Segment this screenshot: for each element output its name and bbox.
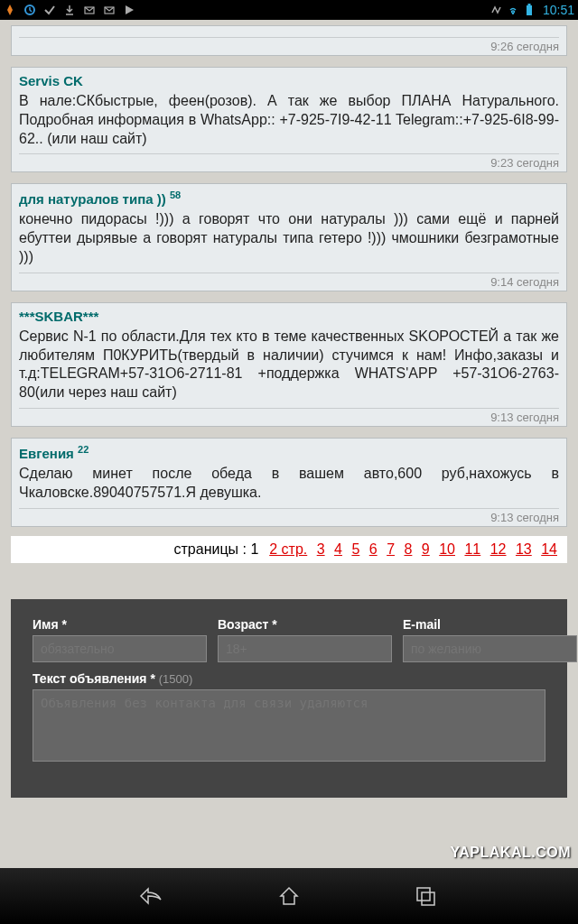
post-time: 9:14 сегодня xyxy=(19,273,559,289)
download-icon xyxy=(63,4,76,16)
mail-icon-2 xyxy=(103,4,116,16)
page-link[interactable]: 4 xyxy=(334,541,342,557)
post-title: Евгения 22 xyxy=(19,444,559,461)
android-nav-bar xyxy=(0,868,578,924)
post-title: для натуралов типа )) 58 xyxy=(19,189,559,207)
page-link[interactable]: 10 xyxy=(439,541,455,557)
text-field[interactable] xyxy=(33,689,545,762)
post-form: Имя * Возраст * E-mail Текст объявления … xyxy=(11,599,567,798)
post: 9:26 сегодня xyxy=(11,25,567,56)
text-label: Текст объявления * (1500) xyxy=(33,671,545,686)
page-link[interactable]: 9 xyxy=(422,541,430,557)
wifi-icon xyxy=(507,4,519,16)
page-link[interactable]: 2 стр. xyxy=(269,541,307,557)
post: Servis CK В нале:СКбыстрые, феен(розов).… xyxy=(11,67,567,172)
mail-icon xyxy=(83,4,96,16)
email-field[interactable] xyxy=(403,635,577,662)
back-button[interactable] xyxy=(137,882,166,910)
page-link[interactable]: 12 xyxy=(490,541,507,557)
page-link[interactable]: 8 xyxy=(404,541,412,557)
vibrate-icon xyxy=(490,4,503,16)
pagination: страницы : 1 2 стр. 3 4 5 6 7 8 9 10 11 … xyxy=(11,536,567,563)
page-link[interactable]: 14 xyxy=(541,541,557,557)
home-button[interactable] xyxy=(275,882,303,910)
post-title: ***SKBAR*** xyxy=(19,309,559,324)
svg-rect-6 xyxy=(417,888,430,901)
page-link[interactable]: 13 xyxy=(516,541,532,557)
age-field[interactable] xyxy=(218,635,392,662)
pagination-current: 1 xyxy=(250,541,258,557)
watermark: YAPLAKAL.COM xyxy=(451,845,571,861)
sync-icon xyxy=(23,4,36,16)
name-field[interactable] xyxy=(33,635,207,662)
post-title: Servis CK xyxy=(19,73,559,88)
page-link[interactable]: 11 xyxy=(464,541,480,557)
svg-point-3 xyxy=(512,13,514,14)
status-bar: 10:51 xyxy=(0,0,578,20)
battery-icon xyxy=(523,4,536,16)
page-link[interactable]: 3 xyxy=(317,541,325,557)
pagination-label: страницы : xyxy=(174,541,247,557)
post: для натуралов типа )) 58 конечно пидорас… xyxy=(11,183,567,291)
post-time: 9:13 сегодня xyxy=(19,408,559,424)
clock: 10:51 xyxy=(543,3,574,17)
post-body: В нале:СКбыстрые, феен(розов). А так же … xyxy=(19,92,559,148)
post-body: конечно пидорасы !))) а говорят что они … xyxy=(19,210,559,266)
post-time: 9:23 сегодня xyxy=(19,153,559,170)
name-label: Имя * xyxy=(33,617,207,632)
post-body: Сделаю минет после обеда в вашем авто,60… xyxy=(19,465,559,503)
recent-button[interactable] xyxy=(412,882,441,910)
app-icon-1 xyxy=(4,4,16,16)
svg-rect-4 xyxy=(527,5,532,15)
page-link[interactable]: 7 xyxy=(387,541,395,557)
post: Евгения 22 Сделаю минет после обеда в ва… xyxy=(11,438,567,527)
svg-rect-5 xyxy=(527,4,530,5)
post-time: 9:26 сегодня xyxy=(19,37,559,53)
page-link[interactable]: 5 xyxy=(351,541,359,557)
page-link[interactable]: 6 xyxy=(369,541,378,557)
check-icon xyxy=(43,4,56,16)
content-area[interactable]: 9:26 сегодня Servis CK В нале:СКбыстрые,… xyxy=(0,20,578,868)
post: ***SKBAR*** Сервис N-1 по области.Для те… xyxy=(11,302,567,427)
email-label: E-mail xyxy=(403,617,577,632)
play-icon xyxy=(123,4,135,16)
age-label: Возраст * xyxy=(218,617,392,632)
post-body: Сервис N-1 по области.Для тех кто в теме… xyxy=(19,328,559,402)
svg-rect-7 xyxy=(422,892,434,905)
post-time: 9:13 сегодня xyxy=(19,508,559,524)
